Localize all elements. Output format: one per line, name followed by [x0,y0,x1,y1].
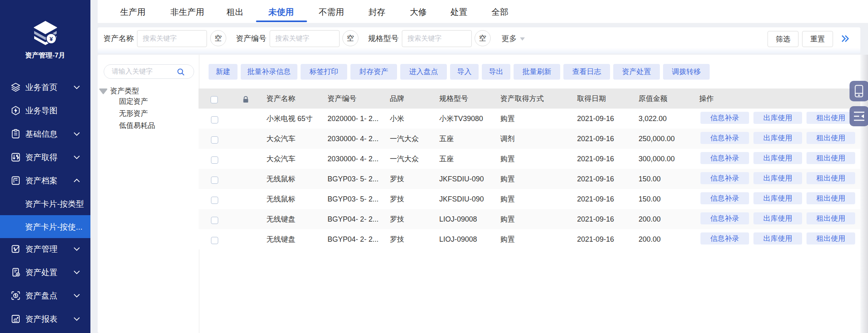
svg-text:¥: ¥ [49,35,53,42]
